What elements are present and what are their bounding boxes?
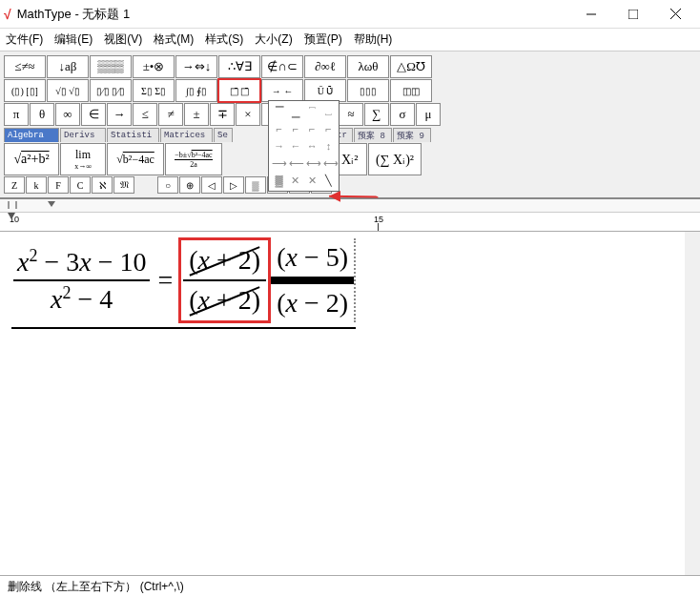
app-icon: √ (4, 7, 11, 22)
rhs-den-cancel: (x + 2) (183, 281, 266, 319)
rhs-num-cancel: (x + 2) (183, 241, 266, 279)
equation: x2 − 3x − 10 x2 − 4 = (x + 2) (x + 2) (x… (11, 237, 356, 329)
spaces-button[interactable]: ↓aβ (47, 55, 89, 78)
radical-templates-button[interactable]: √▯ √▯ (47, 79, 89, 102)
title-bar: √ MathType - 无标题 1 (0, 0, 700, 29)
menu-format[interactable]: 格式(M) (154, 31, 194, 48)
style-tri-right[interactable]: ▷ (223, 176, 244, 194)
style-circle[interactable]: ○ (157, 176, 178, 194)
style-z[interactable]: Z (4, 176, 25, 194)
box-templates-button[interactable]: ◫◫ (390, 79, 432, 102)
lhs-numerator: x2 − 3x − 10 (13, 244, 150, 279)
style-dd1[interactable]: ▓ (245, 176, 266, 194)
equals-sign: = (157, 265, 173, 296)
minimize-button[interactable] (570, 1, 612, 28)
menu-edit[interactable]: 编辑(E) (54, 31, 93, 48)
menu-bar: 文件(F) 编辑(E) 视图(V) 格式(M) 样式(S) 大小(Z) 预置(P… (0, 29, 700, 51)
menu-preset[interactable]: 预置(P) (304, 31, 342, 48)
grip-icon[interactable] (8, 201, 17, 209)
style-n[interactable]: ℵ (92, 176, 113, 194)
bar-templates-button[interactable]: □̄ □̄ (218, 79, 260, 102)
style-tri-left[interactable]: ◁ (201, 176, 222, 194)
rhs-remainder: (x − 5) (x − 2) (271, 238, 356, 322)
matrix-templates-button[interactable]: ▯▯▯ (347, 79, 389, 102)
ruler-tab-stop[interactable] (8, 213, 15, 219)
fraction-templates-button[interactable]: ▯⁄▯ ▯⁄▯ (90, 79, 132, 102)
greek-lowercase-button[interactable]: λωθ (347, 55, 389, 78)
quick-symbol-3[interactable]: ∈ (81, 103, 106, 126)
misc-symbols-button[interactable]: ∂∞ℓ (304, 55, 346, 78)
tab-se[interactable]: Se (214, 128, 233, 142)
quick-symbol-14[interactable]: ∑ (364, 103, 389, 126)
quick-symbol-7[interactable]: ± (184, 103, 209, 126)
symbol-toolbar-row-1: ≤≠≈ ↓aβ ▒▒▒ ±•⊗ →⇔↓ ∴∀∃ ∉∩⊂ ∂∞ℓ λωθ △Ω℧ (4, 55, 696, 78)
lhs-denominator: x2 − 4 (47, 281, 116, 317)
quick-symbol-2[interactable]: ∞ (55, 103, 80, 126)
quick-symbol-1[interactable]: θ (30, 103, 54, 126)
preset-sqrt-sum-squares[interactable]: √a²+b² (4, 143, 59, 175)
operator-symbols-button[interactable]: ±•⊗ (133, 55, 175, 78)
tab-derivs[interactable]: Derivs (60, 128, 106, 142)
window-controls (570, 1, 696, 28)
sum-templates-button[interactable]: Σ▯ Σ▯ (133, 79, 175, 102)
lhs-fraction: x2 − 3x − 10 x2 − 4 (13, 244, 150, 318)
svg-rect-1 (628, 10, 638, 19)
template-toolbar-row-2: (▯) [▯] √▯ √▯ ▯⁄▯ ▯⁄▯ Σ▯ Σ▯ ∫▯ ∮▯ □̄ □̄ … (4, 79, 696, 102)
style-oplus[interactable]: ⊕ (179, 176, 200, 194)
status-bar: 删除线 （左上至右下方） (Ctrl+^,\) (0, 575, 700, 596)
preset-tabs: AlgebraDerivsStatistiMatricesSeGeometr预案… (4, 128, 696, 142)
preset-expressions: √a²+b² limx→∞ √b²−4ac −b±√b²−4ac2a 1k ∑ … (4, 143, 696, 175)
toolbar-area: ≤≠≈ ↓aβ ▒▒▒ ±•⊗ →⇔↓ ∴∀∃ ∉∩⊂ ∂∞ℓ λωθ △Ω℧ … (0, 51, 700, 199)
status-text: 删除线 （左上至右下方） (Ctrl+^,\) (8, 580, 184, 593)
quick-symbol-0[interactable]: π (4, 103, 29, 126)
quick-symbol-9[interactable]: × (236, 103, 260, 126)
tab-statisti[interactable]: Statisti (107, 128, 159, 142)
integral-templates-button[interactable]: ∫▯ ∮▯ (175, 79, 217, 102)
window-title: MathType - 无标题 1 (17, 6, 570, 23)
menu-view[interactable]: 视图(V) (104, 31, 142, 48)
maximize-button[interactable] (612, 1, 654, 28)
quick-symbol-13[interactable]: ≈ (339, 103, 363, 126)
menu-help[interactable]: 帮助(H) (354, 31, 393, 48)
quick-symbol-6[interactable]: ≠ (158, 103, 183, 126)
accent-templates-button[interactable]: Ū Ū̇ (304, 79, 346, 102)
style-k[interactable]: k (26, 176, 47, 194)
preset-discriminant[interactable]: √b²−4ac (107, 143, 164, 175)
tab-algebra[interactable]: Algebra (4, 128, 59, 142)
logic-symbols-button[interactable]: ∴∀∃ (218, 55, 260, 78)
close-button[interactable] (654, 1, 696, 28)
style-c[interactable]: C (70, 176, 91, 194)
set-theory-button[interactable]: ∉∩⊂ (261, 55, 303, 78)
tab-预案 9[interactable]: 预案 9 (393, 128, 431, 142)
quick-symbol-15[interactable]: σ (390, 103, 415, 126)
greek-uppercase-button[interactable]: △Ω℧ (390, 55, 432, 78)
rhs-num-rest: (x − 5) (271, 238, 354, 277)
arrow-templates-button[interactable]: → ← (261, 79, 303, 102)
embellishments-button[interactable]: ▒▒▒ (90, 55, 132, 78)
tab-matrices[interactable]: Matrices (160, 128, 213, 142)
indent-marker-icon[interactable] (48, 201, 55, 207)
highlighted-cancel-box: (x + 2) (x + 2) (178, 237, 271, 323)
tab-预案 8[interactable]: 预案 8 (354, 128, 392, 142)
equation-canvas[interactable]: x2 − 3x − 10 x2 − 4 = (x + 2) (x + 2) (x… (0, 232, 700, 575)
quick-symbol-16[interactable]: μ (416, 103, 441, 126)
quick-symbol-5[interactable]: ≤ (133, 103, 157, 126)
preset-paren-sum-sq[interactable]: (∑ Xᵢ)² (368, 143, 422, 175)
arrow-symbols-button[interactable]: →⇔↓ (175, 55, 217, 78)
quick-symbols-row: πθ∞∈→≤≠±∓×÷≡≅≈∑σμ (4, 103, 696, 126)
style-f[interactable]: F (48, 176, 69, 194)
preset-limit[interactable]: limx→∞ (60, 143, 106, 175)
fence-templates-button[interactable]: (▯) [▯] (4, 79, 46, 102)
menu-size[interactable]: 大小(Z) (255, 31, 292, 48)
menu-file[interactable]: 文件(F) (6, 31, 43, 48)
style-m[interactable]: 𝔐 (113, 176, 134, 194)
rhs-den-rest: (x − 2) (271, 284, 354, 322)
preset-quadratic[interactable]: −b±√b²−4ac2a (165, 143, 222, 175)
menu-style[interactable]: 样式(S) (205, 31, 243, 48)
relational-symbols-button[interactable]: ≤≠≈ (4, 55, 46, 78)
bar-templates-dropdown[interactable]: ▔▁⎴⎵ ⌐⌐⌐⌐ →←↔↕ ⟶⟵⟷⟷ ▓✕✕╲ (268, 100, 340, 192)
quick-symbol-4[interactable]: → (107, 103, 132, 126)
quick-symbol-8[interactable]: ∓ (210, 103, 235, 126)
